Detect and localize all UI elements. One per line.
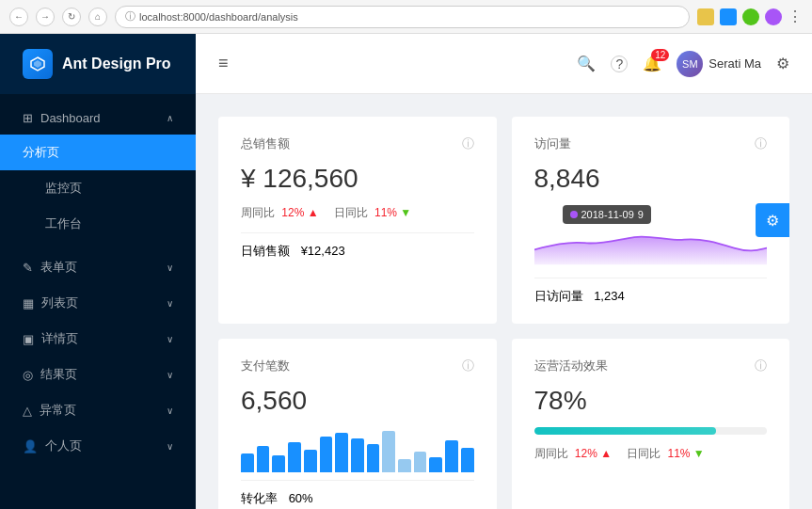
info-icon-operations[interactable]: ⓘ	[755, 358, 767, 374]
card-title-sales: 总销售额 ⓘ	[241, 135, 474, 152]
sidebar-item-detail[interactable]: ▣ 详情页 ∨	[0, 321, 196, 357]
detail-icon: ▣	[23, 332, 34, 346]
info-icon-sales[interactable]: ⓘ	[462, 135, 474, 152]
bar-mini-item	[429, 457, 442, 472]
bar-mini-item	[320, 437, 333, 472]
sidebar-item-list[interactable]: ▦ 列表页 ∨	[0, 285, 196, 321]
sidebar-logo: Ant Design Pro	[0, 34, 196, 94]
user-name: Serati Ma	[709, 56, 761, 71]
chevron-down-icon2: ∨	[167, 298, 173, 309]
ops-day-arrow: ▼	[693, 447, 705, 460]
sidebar-item-dashboard[interactable]: ⊞ Dashboard ∧	[0, 102, 196, 135]
operations-card: 运营活动效果 ⓘ 78% 周同比 12% ▲ 日同	[512, 339, 790, 509]
dashboard-icon: ⊞	[23, 111, 33, 125]
operations-value: 78%	[534, 386, 768, 416]
forward-button[interactable]: →	[36, 8, 55, 26]
total-sales-value: ¥ 126,560	[241, 164, 474, 194]
visit-chart: 2018-11-09 9	[534, 205, 768, 270]
operations-progress-fill	[534, 427, 716, 435]
browser-ext-icon4[interactable]	[765, 8, 782, 25]
card-title-payments: 支付笔数 ⓘ	[241, 358, 474, 374]
sidebar-item-exception[interactable]: △ 异常页 ∨	[0, 392, 196, 428]
chevron-down-icon3: ∨	[167, 334, 173, 344]
bar-mini-item	[382, 431, 395, 472]
notification-button[interactable]: 🔔 12	[643, 55, 661, 72]
page-content: 总销售额 ⓘ ¥ 126,560 周同比 12% ▲ 日同比 11%	[196, 94, 812, 509]
info-icon-visits[interactable]: ⓘ	[755, 135, 767, 152]
bar-mini-item	[288, 442, 301, 472]
payments-bar-chart	[241, 427, 474, 472]
week-up-arrow: ▲	[308, 206, 319, 219]
help-button[interactable]: ?	[611, 56, 628, 72]
header-left: ≡	[218, 54, 229, 73]
sidebar-item-profile[interactable]: 👤 个人页 ∨	[0, 428, 196, 464]
chevron-up-icon: ∧	[167, 113, 173, 123]
back-button[interactable]: ←	[9, 8, 28, 26]
visits-value: 8,846	[534, 164, 768, 194]
settings-button[interactable]: ⚙	[776, 55, 789, 72]
sidebar-item-workbench[interactable]: 工作台	[0, 206, 196, 242]
ops-week-trend: 周同比 12% ▲	[534, 446, 613, 462]
sidebar-section-dashboard: ⊞ Dashboard ∧ 分析页 监控页 工作台	[0, 94, 196, 249]
bar-mini-item	[241, 453, 254, 472]
bar-mini-item	[367, 444, 380, 472]
user-menu[interactable]: SM Serati Ma	[677, 51, 761, 77]
chevron-down-icon6: ∨	[167, 441, 173, 452]
top-header: ≡ 🔍 ? 🔔 12 SM Serati Ma ⚙	[196, 34, 812, 94]
form-icon: ✎	[23, 261, 33, 275]
svg-marker-1	[34, 60, 41, 68]
user-avatar: SM	[677, 51, 703, 77]
total-sales-card: 总销售额 ⓘ ¥ 126,560 周同比 12% ▲ 日同比 11%	[218, 117, 497, 324]
chevron-down-icon5: ∨	[167, 406, 173, 416]
sidebar-item-result[interactable]: ◎ 结果页 ∨	[0, 357, 196, 392]
card-title-operations: 运营活动效果 ⓘ	[534, 358, 768, 374]
payments-footer: 转化率 60%	[241, 480, 474, 507]
browser-ext-icon3[interactable]	[742, 8, 759, 25]
ops-week-arrow: ▲	[600, 447, 612, 460]
browser-menu-button[interactable]: ⋮	[788, 8, 803, 25]
bar-mini-item	[414, 452, 427, 472]
main-content: ≡ 🔍 ? 🔔 12 SM Serati Ma ⚙	[196, 34, 812, 509]
list-icon: ▦	[23, 296, 34, 310]
sidebar-item-form[interactable]: ✎ 表单页 ∨	[0, 249, 196, 285]
url-bar[interactable]: ⓘ localhost:8000/dashboard/analysis	[115, 6, 690, 28]
home-button[interactable]: ⌂	[88, 8, 107, 26]
browser-chrome: ← → ↻ ⌂ ⓘ localhost:8000/dashboard/analy…	[0, 0, 812, 34]
info-icon-payments[interactable]: ⓘ	[462, 358, 474, 374]
browser-ext-icon[interactable]	[697, 8, 714, 25]
operations-progress-bar	[534, 427, 768, 435]
visits-footer: 日访问量 1,234	[534, 278, 768, 305]
refresh-button[interactable]: ↻	[62, 8, 81, 26]
browser-actions: ⋮	[697, 8, 803, 25]
logo-text: Ant Design Pro	[62, 56, 171, 72]
notification-badge: 12	[651, 49, 669, 61]
chart-tooltip: 2018-11-09 9	[563, 205, 651, 224]
bar-mini-item	[398, 459, 411, 472]
settings-float-button[interactable]: ⚙	[756, 203, 789, 237]
chevron-down-icon: ∨	[167, 262, 173, 273]
payments-card: 支付笔数 ⓘ 6,560 转化率 60%	[218, 339, 497, 509]
profile-icon: 👤	[23, 439, 38, 453]
browser-ext-icon2[interactable]	[720, 8, 737, 25]
bar-mini-item	[272, 455, 285, 472]
day-trend: 日同比 11% ▼	[334, 205, 412, 221]
operations-trends: 周同比 12% ▲ 日同比 11% ▼	[534, 446, 768, 462]
logo-icon	[23, 49, 53, 79]
sidebar-item-analysis[interactable]: 分析页	[0, 135, 196, 170]
tooltip-dot	[570, 211, 578, 218]
header-right: 🔍 ? 🔔 12 SM Serati Ma ⚙	[577, 51, 789, 77]
cards-grid: 总销售额 ⓘ ¥ 126,560 周同比 12% ▲ 日同比 11%	[218, 117, 789, 509]
week-trend: 周同比 12% ▲	[241, 205, 319, 221]
sidebar-item-monitor[interactable]: 监控页	[0, 170, 196, 206]
search-button[interactable]: 🔍	[577, 55, 596, 72]
ops-day-trend: 日同比 11% ▼	[627, 446, 705, 462]
bar-mini-item	[445, 440, 458, 472]
payments-value: 6,560	[241, 386, 474, 416]
bar-mini-item	[304, 450, 317, 472]
result-icon: ◎	[23, 368, 33, 382]
visit-wave-chart	[534, 222, 768, 267]
app-container: Ant Design Pro ⊞ Dashboard ∧ 分析页 监控页 工作台	[0, 34, 812, 509]
menu-toggle-button[interactable]: ≡	[218, 54, 229, 73]
sidebar: Ant Design Pro ⊞ Dashboard ∧ 分析页 监控页 工作台	[0, 34, 196, 509]
visits-card: 访问量 ⓘ 8,846 2018-11-09 9	[512, 117, 790, 324]
